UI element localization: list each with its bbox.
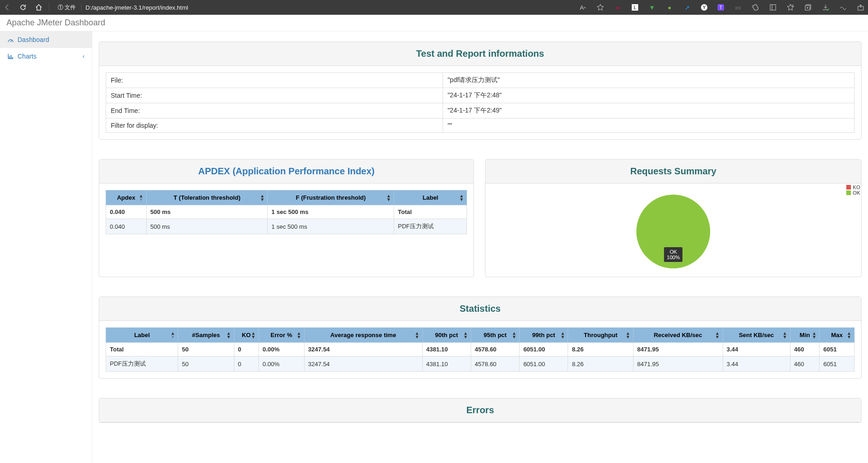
- svg-rect-12: [11, 55, 12, 59]
- sidebar-icon[interactable]: [769, 4, 777, 11]
- ext-l-icon[interactable]: L: [632, 4, 638, 11]
- sidebar-item-dashboard[interactable]: Dashboard: [0, 31, 92, 48]
- star-icon[interactable]: [597, 4, 604, 11]
- col-header-f[interactable]: F (Frustration threshold)▲▼: [268, 190, 394, 205]
- cell: 500 ms: [146, 219, 268, 234]
- cell: 3.44: [723, 356, 790, 372]
- cell: 8471.95: [633, 343, 723, 356]
- chevron-left-icon: ‹: [83, 53, 84, 59]
- cell: Total: [394, 205, 467, 219]
- table-row: File:"pdf请求压力测试": [106, 73, 855, 88]
- col-header-p99[interactable]: 99th pct▲▼: [520, 328, 568, 343]
- cell: 8.26: [568, 356, 633, 372]
- favorites-icon[interactable]: [787, 4, 794, 11]
- ext-glasses-icon[interactable]: ∞: [614, 4, 622, 11]
- table-row: 0.040 500 ms 1 sec 500 ms PDF压力测试: [106, 219, 467, 234]
- sidebar-item-label: Charts: [18, 53, 36, 60]
- col-header-label[interactable]: Label▲▼: [106, 328, 178, 343]
- ext-dash-icon[interactable]: ▭: [734, 4, 742, 11]
- cell: PDF压力测试: [106, 356, 178, 372]
- table-row: 0.040 500 ms 1 sec 500 ms Total: [106, 205, 467, 219]
- share-icon[interactable]: [857, 4, 864, 11]
- downloads-icon[interactable]: ✔: [822, 4, 829, 11]
- panel-requests-summary: Requests Summary KO OK OK 100%: [485, 159, 862, 277]
- url-scheme-badge: ① 文件: [56, 4, 78, 12]
- legend-label: KO: [853, 184, 860, 190]
- cell: 3247.54: [304, 356, 422, 372]
- col-header-min[interactable]: Min▲▼: [790, 328, 820, 343]
- toolbar-divider: [49, 3, 49, 12]
- panel-test-info: Test and Report informations File:"pdf请求…: [99, 42, 862, 140]
- col-header-avg[interactable]: Average response time▲▼: [304, 328, 422, 343]
- cell: 460: [790, 343, 820, 356]
- svg-line-8: [11, 40, 12, 42]
- col-header-p90[interactable]: 90th pct▲▼: [422, 328, 471, 343]
- collections-icon[interactable]: [804, 4, 812, 11]
- cell: 6051.00: [520, 356, 568, 372]
- col-header-label[interactable]: Label▲▼: [394, 190, 467, 205]
- pie-chart[interactable]: OK 100%: [492, 190, 855, 270]
- cell: 50: [178, 356, 234, 372]
- browser-toolbar: ① 文件 D:/apache-jmeter-3.1/report/index.h…: [0, 0, 868, 15]
- cell: 500 ms: [146, 205, 268, 219]
- extensions-icon[interactable]: [752, 4, 759, 11]
- col-header-t[interactable]: T (Toleration threshold)▲▼: [146, 190, 268, 205]
- info-value: "24-1-17 下午2:49": [443, 103, 854, 119]
- info-key: File:: [106, 73, 443, 88]
- reload-icon[interactable]: [19, 4, 27, 11]
- cell: 4381.10: [422, 343, 471, 356]
- cell: 6051.00: [520, 343, 568, 356]
- table-row: PDF压力测试 50 0 0.00% 3247.54 4381.10 4578.…: [106, 356, 855, 372]
- cell: 3247.54: [304, 343, 422, 356]
- panel-title: Errors: [107, 405, 854, 416]
- cell: Total: [106, 343, 178, 356]
- cell: 3.44: [723, 343, 790, 356]
- cell: 0: [234, 343, 258, 356]
- col-header-samples[interactable]: #Samples▲▼: [178, 328, 234, 343]
- col-header-p95[interactable]: 95th pct▲▼: [471, 328, 519, 343]
- brand-title: Apache JMeter Dashboard: [6, 18, 105, 28]
- cell: 4578.60: [471, 356, 519, 372]
- cell: 0.00%: [258, 356, 304, 372]
- table-row: Start Time:"24-1-17 下午2:48": [106, 88, 855, 103]
- col-header-throughput[interactable]: Throughput▲▼: [568, 328, 633, 343]
- performance-icon[interactable]: [839, 4, 847, 11]
- col-header-sent[interactable]: Sent KB/sec▲▼: [723, 328, 790, 343]
- panel-statistics: Statistics Label▲▼ #Samples▲▼ KO▲▼ Error…: [99, 297, 862, 379]
- panel-title: Requests Summary: [493, 166, 854, 177]
- cell: 460: [790, 356, 820, 372]
- apdex-table: Apdex▲▼ T (Toleration threshold)▲▼ F (Fr…: [106, 190, 467, 234]
- table-row: Total 50 0 0.00% 3247.54 4381.10 4578.60…: [106, 343, 855, 356]
- ext-green-icon[interactable]: ●: [666, 4, 673, 11]
- panel-heading: Errors: [99, 398, 861, 422]
- ext-shield-icon[interactable]: ▼: [648, 4, 656, 11]
- col-header-apdex[interactable]: Apdex▲▼: [106, 190, 147, 205]
- svg-rect-11: [9, 56, 10, 59]
- info-key: Start Time:: [106, 88, 443, 103]
- cell: 1 sec 500 ms: [268, 219, 394, 234]
- address-bar[interactable]: ① 文件 D:/apache-jmeter-3.1/report/index.h…: [56, 3, 188, 12]
- cell: 8471.95: [633, 356, 723, 372]
- legend-swatch-ko: [846, 185, 851, 190]
- home-icon[interactable]: [35, 4, 42, 11]
- panel-apdex: APDEX (Application Performance Index) Ap…: [99, 159, 474, 277]
- col-header-error[interactable]: Error %▲▼: [258, 328, 304, 343]
- col-header-ko[interactable]: KO▲▼: [234, 328, 258, 343]
- cell: 1 sec 500 ms: [268, 205, 394, 219]
- cell: 0: [234, 356, 258, 372]
- url-text: D:/apache-jmeter-3.1/report/index.html: [85, 4, 188, 11]
- ext-t-icon[interactable]: T: [718, 4, 724, 11]
- browser-nav-group: [4, 4, 42, 11]
- sidebar-item-charts[interactable]: Charts ‹: [0, 48, 92, 65]
- page-header: Apache JMeter Dashboard: [0, 15, 868, 31]
- panel-heading: Requests Summary: [485, 160, 861, 184]
- panel-heading: APDEX (Application Performance Index): [99, 160, 473, 184]
- cell: 6051: [820, 356, 855, 372]
- back-icon[interactable]: [4, 4, 11, 11]
- read-aloud-icon[interactable]: A»: [579, 4, 587, 11]
- ext-y-icon[interactable]: Y: [701, 4, 707, 11]
- col-header-received[interactable]: Received KB/sec▲▼: [633, 328, 723, 343]
- ext-arrow-icon[interactable]: ➚: [683, 4, 691, 11]
- cell: 0.00%: [258, 343, 304, 356]
- col-header-max[interactable]: Max▲▼: [820, 328, 855, 343]
